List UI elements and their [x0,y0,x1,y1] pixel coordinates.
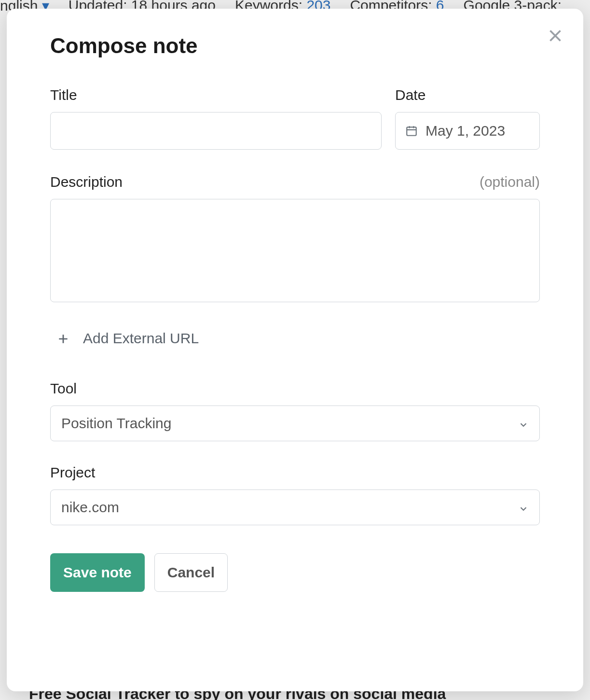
date-label: Date [395,87,425,103]
modal-actions: Save note Cancel [50,553,540,592]
svg-rect-0 [407,127,416,135]
add-external-url-button[interactable]: Add External URL [57,330,199,347]
title-input[interactable] [50,112,382,150]
tool-label: Tool [50,380,77,397]
title-label: Title [50,87,77,103]
chevron-down-icon [518,418,529,429]
description-label: Description [50,174,123,190]
tool-selected-value: Position Tracking [61,415,171,432]
date-picker[interactable]: May 1, 2023 [395,112,540,150]
close-icon [547,27,564,46]
plus-icon [57,332,69,345]
description-optional: (optional) [480,174,540,190]
project-selected-value: nike.com [61,499,119,516]
project-label: Project [50,464,95,481]
date-field: Date May 1, 2023 [395,87,540,150]
title-field: Title [50,87,382,150]
compose-note-modal: Compose note Title Date May 1, 2023 Desc… [7,9,583,691]
tool-select[interactable]: Position Tracking [50,406,540,441]
project-field: Project nike.com [50,464,540,525]
save-note-button[interactable]: Save note [50,553,145,592]
modal-title: Compose note [50,34,540,58]
add-external-url-label: Add External URL [83,330,199,347]
date-value: May 1, 2023 [425,123,505,139]
cancel-button[interactable]: Cancel [154,553,228,592]
chevron-down-icon [518,502,529,513]
project-select[interactable]: nike.com [50,490,540,525]
description-textarea[interactable] [50,199,540,302]
close-button[interactable] [545,26,566,47]
tool-field: Tool Position Tracking [50,380,540,441]
calendar-icon [405,125,418,137]
